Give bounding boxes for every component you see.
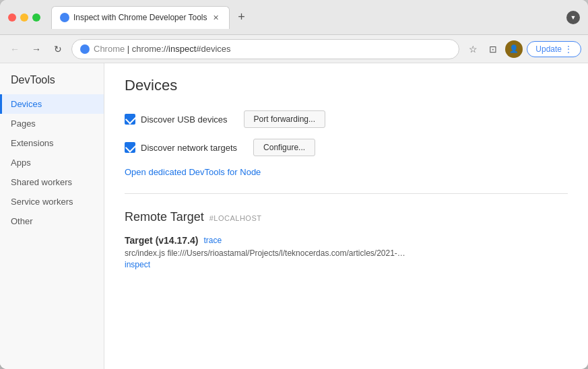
address-bar[interactable]: Chrome | chrome://inspect#devices xyxy=(71,39,459,59)
media-router-button[interactable]: ⊡ xyxy=(485,41,501,57)
remote-target-heading: Remote Target #LOCALHOST xyxy=(125,210,568,224)
title-bar: Inspect with Chrome Developer Tools ✕ + … xyxy=(0,0,588,35)
url-scheme: chrome:// xyxy=(132,44,168,54)
menu-dropdown-icon[interactable]: ▼ xyxy=(566,11,580,24)
sidebar-item-apps[interactable]: Apps xyxy=(0,153,104,172)
url-separator: | xyxy=(125,44,132,54)
forward-button[interactable]: → xyxy=(28,41,44,57)
discover-usb-checkbox[interactable] xyxy=(125,114,135,125)
update-button[interactable]: Update ⋮ xyxy=(527,41,581,57)
update-label: Update xyxy=(535,44,562,54)
tab-bar: Inspect with Chrome Developer Tools ✕ + xyxy=(51,6,561,29)
bookmark-button[interactable]: ☆ xyxy=(465,41,481,57)
section-divider xyxy=(125,193,568,194)
url-path: inspect xyxy=(168,44,196,54)
target-name: Target (v14.17.4) xyxy=(125,235,198,246)
omnibox-bar: ← → ↻ Chrome | chrome://inspect#devices … xyxy=(0,35,588,63)
tab-close-button[interactable]: ✕ xyxy=(211,13,221,22)
sidebar-title: DevTools xyxy=(0,74,104,94)
sidebar: DevTools Devices Pages Extensions Apps S… xyxy=(0,63,104,369)
remote-target-title: Remote Target xyxy=(125,210,204,224)
maximize-window-button[interactable] xyxy=(32,13,40,22)
page-title: Devices xyxy=(125,77,568,94)
discover-usb-wrapper: Discover USB devices xyxy=(125,114,228,125)
discover-usb-row: Discover USB devices Port forwarding... xyxy=(125,110,568,128)
user-avatar[interactable]: 👤 xyxy=(505,40,523,58)
target-file-row: src/index.js file:///Users/rioastamal/Pr… xyxy=(125,248,568,258)
devtools-node-link[interactable]: Open dedicated DevTools for Node xyxy=(125,167,261,177)
active-tab[interactable]: Inspect with Chrome Developer Tools ✕ xyxy=(51,6,230,29)
file-path: file:///Users/rioastamal/Projects/l/tekn… xyxy=(167,248,405,258)
url-protocol: Chrome xyxy=(94,44,125,54)
configure-button[interactable]: Configure... xyxy=(253,139,315,156)
tab-favicon xyxy=(60,13,69,22)
remote-target-subtitle: #LOCALHOST xyxy=(209,214,262,222)
sidebar-item-other[interactable]: Other xyxy=(0,211,104,231)
url-hash: #devices xyxy=(196,44,230,54)
back-button[interactable]: ← xyxy=(7,41,23,57)
update-menu-icon: ⋮ xyxy=(564,44,573,54)
discover-network-wrapper: Discover network targets xyxy=(125,142,237,153)
discover-usb-label: Discover USB devices xyxy=(141,114,228,125)
sidebar-item-extensions[interactable]: Extensions xyxy=(0,133,104,153)
inspect-link[interactable]: inspect xyxy=(125,260,150,269)
target-title-row: Target (v14.17.4) trace xyxy=(125,235,568,246)
sidebar-item-shared-workers[interactable]: Shared workers xyxy=(0,172,104,192)
browser-window: Inspect with Chrome Developer Tools ✕ + … xyxy=(0,0,588,369)
discover-network-row: Discover network targets Configure... xyxy=(125,139,568,156)
site-favicon xyxy=(80,44,90,54)
omnibox-actions: ☆ ⊡ 👤 Update ⋮ xyxy=(465,40,581,58)
discover-network-checkbox[interactable] xyxy=(125,142,135,153)
new-tab-button[interactable]: + xyxy=(232,8,251,27)
discover-network-label: Discover network targets xyxy=(141,143,237,153)
sidebar-item-devices[interactable]: Devices xyxy=(0,94,104,114)
url-display: Chrome | chrome://inspect#devices xyxy=(94,44,451,54)
minimize-window-button[interactable] xyxy=(20,13,28,22)
tab-label: Inspect with Chrome Developer Tools xyxy=(73,13,207,22)
main-panel: Devices Discover USB devices Port forwar… xyxy=(104,63,588,369)
port-forwarding-button[interactable]: Port forwarding... xyxy=(244,110,325,128)
sidebar-item-service-workers[interactable]: Service workers xyxy=(0,192,104,211)
traffic-lights xyxy=(8,13,40,22)
trace-link[interactable]: trace xyxy=(203,236,222,245)
sidebar-item-pages[interactable]: Pages xyxy=(0,114,104,133)
close-window-button[interactable] xyxy=(8,13,16,22)
content-area: DevTools Devices Pages Extensions Apps S… xyxy=(0,63,588,369)
title-bar-actions: ▼ xyxy=(566,11,580,24)
file-label: src/index.js xyxy=(125,248,165,258)
target-entry: Target (v14.17.4) trace src/index.js fil… xyxy=(125,235,568,269)
reload-button[interactable]: ↻ xyxy=(50,41,66,57)
